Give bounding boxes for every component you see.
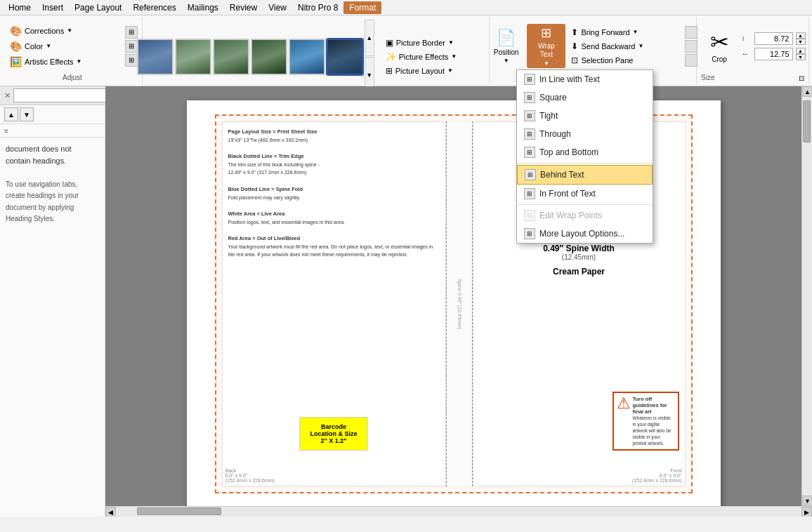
- picture-effects-label: Picture Effects: [399, 53, 449, 61]
- size-expand[interactable]: ⊡: [799, 74, 804, 82]
- selection-pane-button[interactable]: ⊡ Selection Pane: [568, 54, 681, 67]
- picture-style-6[interactable]: [327, 39, 363, 75]
- wrap-inline-item[interactable]: ⊞ In Line with Text: [517, 70, 653, 88]
- nav-down-button[interactable]: ▼: [20, 107, 34, 121]
- wrap-arrow: ▼: [544, 60, 549, 67]
- scroll-up-button[interactable]: ▲: [802, 86, 812, 97]
- nav-up-button[interactable]: ▲: [4, 107, 18, 121]
- height-input[interactable]: [754, 32, 793, 45]
- info-line-10: Your background artwork must fill the re…: [228, 243, 440, 258]
- adjust-icon1[interactable]: ⊞: [125, 26, 138, 39]
- wrap-behind-item[interactable]: ⊞ Behind Text: [517, 165, 653, 185]
- bring-forward-button[interactable]: ⬆ Bring Forward ▼: [568, 26, 681, 39]
- bottom-scroll-thumb[interactable]: [137, 507, 221, 515]
- warning-box: ⚠ Turn off guidelines for final art What…: [613, 392, 679, 451]
- send-backward-button[interactable]: ⬇ Send Backward ▼: [568, 40, 681, 53]
- picture-effects-button[interactable]: ✨ Picture Effects ▼: [383, 51, 495, 63]
- width-up[interactable]: ▲: [796, 48, 806, 54]
- crop-label: Crop: [712, 55, 727, 63]
- picture-style-5[interactable]: [289, 39, 325, 75]
- arrange-icon3[interactable]: [685, 54, 698, 67]
- menu-bar: Home Insert Page Layout References Maili…: [0, 0, 812, 15]
- arrange-icon2[interactable]: [685, 40, 698, 53]
- nav-hint: To use navigation tabs,create headings i…: [6, 180, 79, 223]
- nav-notice-text: document does notcontain headings.: [6, 145, 72, 165]
- style-scroll-up[interactable]: ▲: [365, 20, 374, 56]
- scroll-right-button[interactable]: ▶: [801, 507, 812, 517]
- position-icon: 📄: [497, 29, 516, 47]
- bring-forward-label: Bring Forward: [581, 28, 629, 36]
- menu-references[interactable]: References: [127, 1, 181, 14]
- width-input[interactable]: [754, 48, 793, 60]
- menu-page-layout[interactable]: Page Layout: [69, 1, 127, 14]
- picture-style-2[interactable]: [175, 39, 211, 75]
- wrap-text-dropdown: ⊞ In Line with Text ⊞ Square ⊞ Tight ⊞ T…: [516, 69, 653, 244]
- scroll-left-button[interactable]: ◀: [105, 507, 116, 517]
- position-label: Position: [494, 48, 519, 56]
- nav-header: ✕ 🔍: [0, 86, 105, 105]
- menu-home[interactable]: Home: [3, 1, 37, 14]
- wrap-square-label: Square: [539, 93, 567, 102]
- width-down[interactable]: ▼: [796, 54, 806, 60]
- back-label: Back6.0" x 9.0"(152.4mm x 228.6mm): [225, 468, 275, 483]
- wrap-behind-label: Behind Text: [540, 170, 584, 180]
- paper-label: Cream Paper: [484, 267, 674, 277]
- width-spinner: ▲ ▼: [796, 48, 806, 60]
- picture-style-3[interactable]: [213, 39, 249, 75]
- wrap-through-item[interactable]: ⊞ Through: [517, 125, 653, 143]
- ribbon-group-adjust: 🎨 Corrections ▼ 🎨 Color ▼ 🖼️ Artistic Ef…: [3, 17, 143, 84]
- nav-close-icon[interactable]: ✕: [4, 90, 11, 101]
- ribbon: 🎨 Corrections ▼ 🎨 Color ▼ 🖼️ Artistic Ef…: [0, 15, 812, 86]
- scroll-thumb[interactable]: [803, 100, 811, 142]
- menu-review[interactable]: Review: [224, 1, 263, 14]
- wrap-text-button[interactable]: ⊞ WrapText ▼: [527, 24, 565, 68]
- wrap-topbottom-item[interactable]: ⊞ Top and Bottom: [517, 143, 653, 161]
- menu-format[interactable]: Format: [343, 1, 381, 14]
- doc-area: Page Layout Size = Print Sheet Size 19"x…: [105, 86, 801, 506]
- warning-icon: ⚠: [617, 396, 631, 411]
- picture-layout-icon: ⊞: [386, 66, 393, 76]
- picture-border-icon: ▣: [386, 38, 393, 48]
- adjust-icon3[interactable]: ⊞: [125, 54, 138, 67]
- wrap-editpoints-icon: ⊞: [524, 210, 535, 221]
- main-layout: ✕ 🔍 ▲ ▼ ≡ document does notcontain headi…: [0, 86, 812, 517]
- wrap-moreoptions-item[interactable]: ⊞ More Layout Options...: [517, 225, 653, 243]
- artistic-label: Artistic Effects: [25, 58, 73, 66]
- position-button[interactable]: 📄 Position ▼: [488, 27, 525, 65]
- wrap-tight-item[interactable]: ⊞ Tight: [517, 107, 653, 125]
- scroll-track[interactable]: [802, 97, 812, 496]
- menu-insert[interactable]: Insert: [37, 1, 69, 14]
- picture-border-button[interactable]: ▣ Picture Border ▼: [383, 36, 495, 49]
- height-row: ↕ ▲ ▼: [742, 32, 806, 45]
- arrange-icon1[interactable]: [685, 26, 698, 39]
- menu-nitro[interactable]: Nitro Pro 8: [292, 1, 343, 14]
- height-up[interactable]: ▲: [796, 32, 806, 39]
- menu-view[interactable]: View: [263, 1, 292, 14]
- scroll-down-button[interactable]: ▼: [802, 496, 812, 506]
- picture-layout-arrow: ▼: [447, 67, 453, 74]
- corrections-button[interactable]: 🎨 Corrections ▼: [7, 24, 119, 38]
- menu-mailings[interactable]: Mailings: [182, 1, 224, 14]
- picture-border-arrow: ▼: [448, 39, 454, 46]
- picture-style-1[interactable]: [137, 39, 173, 75]
- picture-layout-button[interactable]: ⊞ Picture Layout ▼: [383, 65, 495, 77]
- bring-forward-arrow: ▼: [633, 29, 639, 35]
- nav-tabs: ≡: [0, 124, 105, 138]
- picture-border-label: Picture Border: [396, 39, 445, 47]
- wrap-front-item[interactable]: ⊞ In Front of Text: [517, 185, 653, 203]
- cover-back: Page Layout Size = Print Sheet Size 19"x…: [222, 121, 446, 486]
- info-line-2: 19"x9" 13"Tw (482.6mm x 330.2mm): [228, 136, 440, 144]
- adjust-icon2[interactable]: ⊞: [125, 40, 138, 53]
- adjust-label: Adjust: [63, 74, 82, 83]
- size-inputs: ↕ ▲ ▼ ↔ ▲ ▼: [742, 32, 806, 60]
- color-button[interactable]: 🎨 Color ▼: [7, 39, 119, 53]
- wrap-square-item[interactable]: ⊞ Square: [517, 88, 653, 107]
- picture-style-4[interactable]: [251, 39, 287, 75]
- height-spinner: ▲ ▼: [796, 32, 806, 45]
- artistic-button[interactable]: 🖼️ Artistic Effects ▼: [7, 55, 119, 69]
- nav-search-input[interactable]: [13, 88, 117, 102]
- crop-icon[interactable]: ✂: [710, 29, 729, 55]
- bottom-scroll-track[interactable]: [116, 507, 801, 517]
- picture-effects-arrow: ▼: [451, 53, 457, 60]
- height-down[interactable]: ▼: [796, 39, 806, 45]
